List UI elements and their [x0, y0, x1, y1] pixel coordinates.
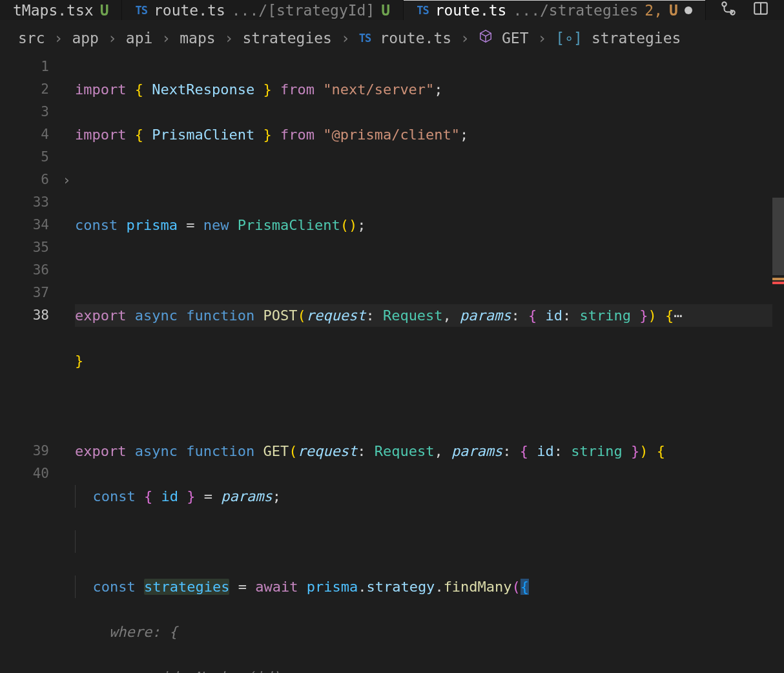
line-number[interactable] — [0, 327, 49, 349]
fold-collapsed-icon[interactable]: › — [58, 169, 75, 191]
line-number[interactable]: 5 — [0, 146, 49, 169]
ts-icon: TS — [135, 4, 147, 17]
ts-icon: TS — [417, 4, 428, 17]
breadcrumb-symbol[interactable]: GET — [502, 30, 529, 47]
editor-tabs: tMaps.tsx U TS route.ts .../[strategyId]… — [0, 0, 784, 20]
cube-icon — [479, 29, 493, 47]
code-editor[interactable]: 1 2 3 4 5 6 33 34 35 36 37 38 39 40 › im… — [0, 56, 784, 673]
breadcrumb-seg[interactable]: api — [126, 30, 153, 47]
line-number[interactable]: 39 — [0, 440, 49, 462]
tab-problems: 2, — [645, 2, 663, 19]
tab-route-strategyid[interactable]: TS route.ts .../[strategyId] U — [122, 0, 404, 20]
tab-path: .../[strategyId] — [232, 2, 375, 19]
breadcrumb-seg[interactable]: strategies — [242, 30, 331, 47]
breadcrumb-file[interactable]: route.ts — [380, 30, 451, 47]
chevron-right-icon: › — [460, 30, 469, 47]
tab-path: .../strategies — [513, 2, 638, 19]
line-number[interactable]: 36 — [0, 259, 49, 282]
line-number[interactable]: 33 — [0, 191, 49, 214]
line-number[interactable]: 34 — [0, 214, 49, 236]
line-number[interactable]: 35 — [0, 236, 49, 259]
tab-filename: route.ts — [435, 2, 507, 19]
tab-tmaps[interactable]: tMaps.tsx U — [0, 0, 122, 20]
line-number[interactable]: 1 — [0, 56, 49, 78]
line-number[interactable] — [0, 372, 49, 395]
fold-column: › — [58, 56, 75, 673]
line-gutter: 1 2 3 4 5 6 33 34 35 36 37 38 39 40 — [0, 56, 58, 673]
chevron-right-icon: › — [54, 30, 63, 47]
compare-changes-icon[interactable] — [720, 0, 737, 20]
line-number[interactable]: 6 — [0, 169, 49, 191]
line-number[interactable] — [0, 349, 49, 372]
tab-status: U — [100, 2, 109, 19]
chevron-right-icon: › — [108, 30, 117, 47]
split-editor-icon[interactable] — [752, 0, 769, 20]
line-number[interactable]: 2 — [0, 78, 49, 101]
line-number[interactable]: 38 — [0, 304, 49, 327]
breadcrumb: src › app › api › maps › strategies › TS… — [0, 20, 784, 56]
dirty-dot-icon — [685, 6, 692, 14]
breadcrumb-seg[interactable]: src — [18, 30, 45, 47]
svg-point-0 — [722, 2, 727, 6]
tab-status: U — [381, 2, 390, 19]
tab-filename: tMaps.tsx — [13, 2, 94, 19]
code-area[interactable]: import { NextResponse } from "next/serve… — [75, 56, 784, 673]
minimap-scrollbar[interactable] — [772, 56, 784, 673]
line-number[interactable] — [0, 395, 49, 417]
line-number[interactable] — [0, 417, 49, 440]
tab-status: U — [669, 2, 678, 19]
breadcrumb-symbol[interactable]: strategies — [592, 30, 681, 47]
brackets-icon: [∘] — [555, 30, 583, 47]
ts-icon: TS — [359, 32, 371, 45]
breadcrumb-seg[interactable]: app — [72, 30, 99, 47]
tab-filename: route.ts — [154, 2, 225, 19]
line-number[interactable]: 37 — [0, 282, 49, 304]
chevron-right-icon: › — [225, 30, 234, 47]
chevron-right-icon: › — [537, 30, 546, 47]
chevron-right-icon: › — [341, 30, 350, 47]
chevron-right-icon: › — [161, 30, 170, 47]
line-number[interactable]: 40 — [0, 462, 49, 485]
line-number[interactable]: 3 — [0, 101, 49, 123]
line-number[interactable]: 4 — [0, 123, 49, 146]
tab-route-strategies[interactable]: TS route.ts .../strategies 2, U — [404, 0, 706, 20]
tab-actions: ··· — [706, 0, 784, 20]
breadcrumb-seg[interactable]: maps — [180, 30, 215, 47]
